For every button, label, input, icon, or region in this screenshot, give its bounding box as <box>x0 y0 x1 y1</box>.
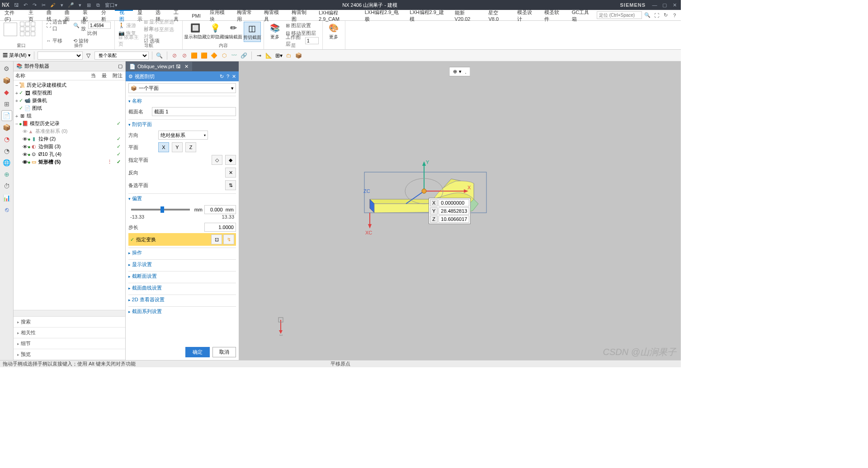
tb-i8[interactable]: 🔗 <box>240 51 248 60</box>
menu-btn[interactable]: ☰ 菜单(M) ▾ <box>3 52 31 59</box>
more-btn[interactable]: 📚更多 <box>267 22 283 41</box>
lb-7[interactable]: ◔ <box>1 145 12 156</box>
tree-node[interactable]: −●📕模型历史记录✓ <box>14 120 124 127</box>
acc-search[interactable]: 搜索 <box>14 317 125 328</box>
clip-section-btn[interactable]: ◫剪切截面 <box>244 22 261 42</box>
tb-i11[interactable]: ⊞▾ <box>275 51 283 60</box>
tb-i2[interactable]: ⊘ <box>180 51 189 60</box>
redo-icon[interactable]: ↷ <box>31 1 38 9</box>
sect-name[interactable]: 名称 <box>128 96 236 106</box>
zoom-input[interactable] <box>88 22 111 29</box>
menu-lxh1[interactable]: LXH编程2.9_CAM <box>314 10 360 20</box>
show-hide-btn[interactable]: 🔲显示和隐藏 <box>185 22 205 41</box>
fit-window[interactable]: ⛶适合窗口 <box>45 22 71 29</box>
brush-icon[interactable]: 🖌 <box>49 1 57 9</box>
tab-close-icon[interactable]: ✕ <box>184 64 189 70</box>
step-input[interactable] <box>204 223 236 232</box>
acc-preview[interactable]: 预览 <box>14 349 125 360</box>
layer-settings[interactable]: ⊞图层设置 <box>285 22 320 29</box>
menu-view[interactable]: 视图 <box>115 10 133 20</box>
tree-node[interactable]: 👁●◐边倒圆 (3)✓ <box>14 143 124 150</box>
layout-icon[interactable]: ⊞ <box>85 1 93 9</box>
offset-input[interactable] <box>204 205 236 214</box>
lb-12[interactable]: ⎋ <box>1 204 12 215</box>
tree-node[interactable]: ✓📄图纸 <box>14 104 124 112</box>
cancel-button[interactable]: 取消 <box>212 347 236 357</box>
sect-cutset[interactable]: 截断面设置 <box>128 271 236 281</box>
offset-slider[interactable] <box>131 209 190 211</box>
lb-9[interactable]: ⊕ <box>1 169 12 180</box>
slider-handle[interactable] <box>160 206 164 213</box>
altplane-icon[interactable]: ⇅ <box>225 180 236 190</box>
tb-i7[interactable]: 〰 <box>230 51 238 60</box>
tree-node[interactable]: +⊞组 <box>14 112 124 120</box>
window-icon[interactable]: ⧉ <box>94 1 102 9</box>
lb-8[interactable]: 🌐 <box>1 157 12 168</box>
tree-node[interactable]: 👁▲基准坐标系 (0) <box>14 127 124 135</box>
tree-node[interactable]: +✓🖼模型视图 <box>14 89 124 97</box>
menu-ml3[interactable]: 梅雷制图 <box>287 10 314 20</box>
menu-ml2[interactable]: 梅雷模具 <box>259 10 287 20</box>
plane-x-icon[interactable]: X <box>158 142 169 152</box>
panel-close-icon[interactable]: ▢ <box>118 63 123 69</box>
lb-partnav[interactable]: 📄 <box>1 110 12 121</box>
sect-disp[interactable]: 显示设置 <box>128 259 236 269</box>
tb-i5[interactable]: 🔶 <box>210 51 218 60</box>
minimize-icon[interactable]: — <box>651 1 658 9</box>
menu-home[interactable]: 主页 <box>24 10 42 20</box>
edit-section-btn[interactable]: ✏编辑截面 <box>225 22 241 41</box>
lb-3[interactable]: ⊞ <box>1 98 12 109</box>
lb-gear[interactable]: ⚙ <box>1 63 12 74</box>
plane-y-icon[interactable]: Y <box>172 142 183 152</box>
menu-analysis[interactable]: 分析 <box>97 10 115 20</box>
sect-op[interactable]: 操作 <box>128 248 236 257</box>
tb-find-icon[interactable]: 🔍 <box>156 51 164 60</box>
scale[interactable]: 比例 <box>72 29 112 37</box>
mic-icon[interactable]: 🎤 <box>67 1 75 9</box>
specplane-icon[interactable]: ◇ <box>212 155 222 165</box>
lb-2[interactable]: ◆ <box>1 87 12 98</box>
reverse-icon[interactable]: ✕ <box>225 168 236 178</box>
menu-ms1[interactable]: 模圣设计 <box>513 10 540 20</box>
view-orient-control[interactable]: ⊕▾ . <box>449 67 470 76</box>
lb-5[interactable]: 📦 <box>1 122 12 133</box>
lb-6[interactable]: ◔ <box>1 134 12 145</box>
close-icon[interactable]: ✕ <box>671 1 678 9</box>
tree-node[interactable]: +✓📹摄像机 <box>14 97 124 104</box>
menu-file[interactable]: 文件(F) <box>0 10 24 20</box>
tb-i13[interactable]: 📦 <box>295 51 303 60</box>
plane-z-icon[interactable]: Z <box>185 142 196 152</box>
plane-type-select[interactable]: 📦一个平面▾ <box>128 83 236 93</box>
zoom[interactable]: 🔍缩放 <box>72 22 112 29</box>
menu-ms2[interactable]: 模圣软件 <box>540 10 567 20</box>
expand-icon[interactable]: ⛶ <box>653 12 660 19</box>
help-icon[interactable]: ? <box>671 12 678 19</box>
tree-node[interactable]: 👁●⊙Ø10 孔 (4)✓ <box>14 150 124 158</box>
tree-node[interactable]: −📜历史记录建模模式 <box>14 81 124 89</box>
lb-10[interactable]: ⏱ <box>1 181 12 192</box>
trans-icon2[interactable]: ↯ <box>223 234 234 244</box>
sect-curve[interactable]: 截面曲线设置 <box>128 283 236 293</box>
assembly-select[interactable]: 整个装配 <box>94 51 149 60</box>
save-icon[interactable]: 🖫 <box>13 1 20 9</box>
doc-tab[interactable]: 📄 Oblique_view.prt 🖫 ✕ <box>126 62 192 71</box>
maximize-icon[interactable]: ▢ <box>661 1 668 9</box>
refresh-icon[interactable]: ↻ <box>662 12 669 19</box>
hscroll[interactable] <box>14 310 125 316</box>
menu-gc[interactable]: GC工具箱 <box>567 10 597 20</box>
window-layout-btn[interactable] <box>4 23 17 36</box>
sect-cut[interactable]: 剖切平面 <box>128 119 236 129</box>
dropdown-icon[interactable]: ▾ <box>76 1 84 9</box>
model-tree[interactable]: −📜历史记录建模模式 +✓🖼模型视图 +✓📹摄像机 ✓📄图纸 +⊞组 −●📕模型… <box>14 80 125 310</box>
more2-btn[interactable]: 🎨更多 <box>326 22 342 41</box>
search-icon[interactable]: 🔍 <box>644 12 651 19</box>
menu-xk[interactable]: 星空 V8.0 <box>484 10 513 20</box>
3d-viewport[interactable]: ⊕▾ . Y X ZC XC X0.0000000 Y28.4852813 Z1… <box>239 61 681 360</box>
dialog-close-icon[interactable]: ✕ <box>232 74 236 80</box>
tree-node[interactable]: 👁●▭矩形槽 (5)⋮✓ <box>14 158 124 166</box>
menu-lxh2[interactable]: LXH编程2.9_电极 <box>360 10 405 20</box>
dropdown-icon[interactable]: ▾ <box>58 1 66 9</box>
undo-icon[interactable]: ↶ <box>22 1 29 9</box>
tb-i4[interactable]: 🟧 <box>200 51 208 60</box>
ok-button[interactable]: 确定 <box>185 347 210 357</box>
